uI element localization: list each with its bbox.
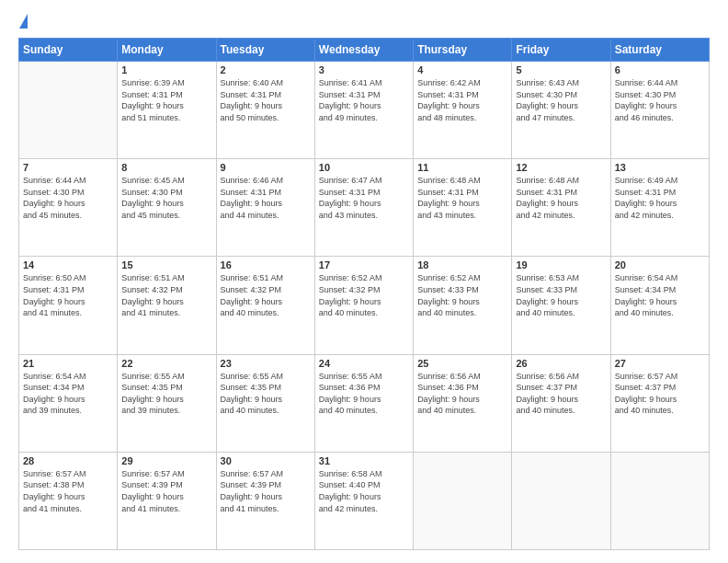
day-info: Sunrise: 6:40 AM Sunset: 4:31 PM Dayligh… bbox=[221, 77, 311, 123]
day-info: Sunrise: 6:51 AM Sunset: 4:32 PM Dayligh… bbox=[221, 272, 311, 318]
calendar-cell bbox=[610, 452, 709, 549]
calendar-cell: 1Sunrise: 6:39 AM Sunset: 4:31 PM Daylig… bbox=[118, 62, 216, 159]
calendar-week-1: 1Sunrise: 6:39 AM Sunset: 4:31 PM Daylig… bbox=[19, 62, 710, 159]
day-number: 16 bbox=[221, 259, 311, 270]
calendar-cell: 11Sunrise: 6:48 AM Sunset: 4:31 PM Dayli… bbox=[414, 159, 512, 257]
day-number: 29 bbox=[121, 455, 211, 466]
day-info: Sunrise: 6:48 AM Sunset: 4:31 PM Dayligh… bbox=[417, 175, 507, 221]
day-number: 30 bbox=[221, 455, 311, 466]
calendar-cell: 20Sunrise: 6:54 AM Sunset: 4:34 PM Dayli… bbox=[610, 257, 709, 354]
day-number: 24 bbox=[319, 358, 409, 369]
calendar-cell: 24Sunrise: 6:55 AM Sunset: 4:36 PM Dayli… bbox=[314, 354, 413, 452]
day-number: 14 bbox=[23, 259, 113, 270]
day-number: 4 bbox=[417, 64, 507, 75]
calendar-cell bbox=[512, 452, 610, 549]
day-number: 1 bbox=[121, 64, 211, 75]
day-info: Sunrise: 6:51 AM Sunset: 4:32 PM Dayligh… bbox=[121, 272, 211, 318]
day-info: Sunrise: 6:45 AM Sunset: 4:30 PM Dayligh… bbox=[121, 175, 211, 221]
header bbox=[18, 17, 710, 29]
calendar-header: SundayMondayTuesdayWednesdayThursdayFrid… bbox=[19, 39, 710, 62]
calendar-week-5: 28Sunrise: 6:57 AM Sunset: 4:38 PM Dayli… bbox=[19, 452, 710, 549]
day-info: Sunrise: 6:56 AM Sunset: 4:36 PM Dayligh… bbox=[417, 371, 507, 417]
day-info: Sunrise: 6:41 AM Sunset: 4:31 PM Dayligh… bbox=[319, 77, 409, 123]
calendar-cell: 9Sunrise: 6:46 AM Sunset: 4:31 PM Daylig… bbox=[216, 159, 314, 257]
calendar-week-4: 21Sunrise: 6:54 AM Sunset: 4:34 PM Dayli… bbox=[19, 354, 710, 452]
calendar-cell: 8Sunrise: 6:45 AM Sunset: 4:30 PM Daylig… bbox=[118, 159, 216, 257]
day-info: Sunrise: 6:39 AM Sunset: 4:31 PM Dayligh… bbox=[121, 77, 211, 123]
day-info: Sunrise: 6:55 AM Sunset: 4:35 PM Dayligh… bbox=[121, 371, 211, 417]
weekday-header-friday: Friday bbox=[512, 39, 610, 62]
day-number: 27 bbox=[615, 358, 705, 369]
calendar-cell: 26Sunrise: 6:56 AM Sunset: 4:37 PM Dayli… bbox=[512, 354, 610, 452]
day-number: 3 bbox=[319, 64, 409, 75]
calendar-cell: 30Sunrise: 6:57 AM Sunset: 4:39 PM Dayli… bbox=[216, 452, 314, 549]
calendar-cell: 6Sunrise: 6:44 AM Sunset: 4:30 PM Daylig… bbox=[610, 62, 709, 159]
calendar-cell: 27Sunrise: 6:57 AM Sunset: 4:37 PM Dayli… bbox=[610, 354, 709, 452]
day-number: 5 bbox=[516, 64, 606, 75]
calendar-cell: 13Sunrise: 6:49 AM Sunset: 4:31 PM Dayli… bbox=[610, 159, 709, 257]
day-info: Sunrise: 6:47 AM Sunset: 4:31 PM Dayligh… bbox=[319, 175, 409, 221]
day-info: Sunrise: 6:56 AM Sunset: 4:37 PM Dayligh… bbox=[516, 371, 606, 417]
day-number: 19 bbox=[516, 259, 606, 270]
day-info: Sunrise: 6:48 AM Sunset: 4:31 PM Dayligh… bbox=[516, 175, 606, 221]
day-number: 25 bbox=[417, 358, 507, 369]
calendar-cell: 16Sunrise: 6:51 AM Sunset: 4:32 PM Dayli… bbox=[216, 257, 314, 354]
calendar-cell: 15Sunrise: 6:51 AM Sunset: 4:32 PM Dayli… bbox=[118, 257, 216, 354]
day-number: 2 bbox=[221, 64, 311, 75]
day-info: Sunrise: 6:42 AM Sunset: 4:31 PM Dayligh… bbox=[417, 77, 507, 123]
calendar-week-3: 14Sunrise: 6:50 AM Sunset: 4:31 PM Dayli… bbox=[19, 257, 710, 354]
day-info: Sunrise: 6:52 AM Sunset: 4:33 PM Dayligh… bbox=[417, 272, 507, 318]
calendar-cell: 2Sunrise: 6:40 AM Sunset: 4:31 PM Daylig… bbox=[216, 62, 314, 159]
day-info: Sunrise: 6:58 AM Sunset: 4:40 PM Dayligh… bbox=[319, 468, 409, 514]
logo-triangle-icon bbox=[19, 14, 28, 29]
weekday-header-thursday: Thursday bbox=[414, 39, 512, 62]
day-number: 6 bbox=[615, 64, 705, 75]
day-info: Sunrise: 6:52 AM Sunset: 4:32 PM Dayligh… bbox=[319, 272, 409, 318]
weekday-header-sunday: Sunday bbox=[19, 39, 118, 62]
header-row: SundayMondayTuesdayWednesdayThursdayFrid… bbox=[19, 39, 710, 62]
day-info: Sunrise: 6:49 AM Sunset: 4:31 PM Dayligh… bbox=[615, 175, 705, 221]
calendar-cell: 4Sunrise: 6:42 AM Sunset: 4:31 PM Daylig… bbox=[414, 62, 512, 159]
weekday-header-saturday: Saturday bbox=[610, 39, 709, 62]
day-number: 7 bbox=[23, 162, 113, 173]
day-info: Sunrise: 6:44 AM Sunset: 4:30 PM Dayligh… bbox=[615, 77, 705, 123]
day-info: Sunrise: 6:55 AM Sunset: 4:35 PM Dayligh… bbox=[221, 371, 311, 417]
calendar-cell: 10Sunrise: 6:47 AM Sunset: 4:31 PM Dayli… bbox=[314, 159, 413, 257]
day-number: 10 bbox=[319, 162, 409, 173]
day-number: 23 bbox=[221, 358, 311, 369]
day-number: 21 bbox=[23, 358, 113, 369]
calendar-body: 1Sunrise: 6:39 AM Sunset: 4:31 PM Daylig… bbox=[19, 62, 710, 550]
calendar-cell: 21Sunrise: 6:54 AM Sunset: 4:34 PM Dayli… bbox=[19, 354, 118, 452]
day-number: 20 bbox=[615, 259, 705, 270]
day-number: 28 bbox=[23, 455, 113, 466]
day-number: 18 bbox=[417, 259, 507, 270]
day-info: Sunrise: 6:44 AM Sunset: 4:30 PM Dayligh… bbox=[23, 175, 113, 221]
day-number: 17 bbox=[319, 259, 409, 270]
calendar-cell: 3Sunrise: 6:41 AM Sunset: 4:31 PM Daylig… bbox=[314, 62, 413, 159]
calendar-cell bbox=[19, 62, 118, 159]
day-number: 15 bbox=[121, 259, 211, 270]
day-info: Sunrise: 6:57 AM Sunset: 4:39 PM Dayligh… bbox=[221, 468, 311, 514]
day-info: Sunrise: 6:57 AM Sunset: 4:38 PM Dayligh… bbox=[23, 468, 113, 514]
calendar-cell: 14Sunrise: 6:50 AM Sunset: 4:31 PM Dayli… bbox=[19, 257, 118, 354]
calendar-cell: 25Sunrise: 6:56 AM Sunset: 4:36 PM Dayli… bbox=[414, 354, 512, 452]
page: SundayMondayTuesdayWednesdayThursdayFrid… bbox=[0, 0, 728, 563]
calendar-cell: 17Sunrise: 6:52 AM Sunset: 4:32 PM Dayli… bbox=[314, 257, 413, 354]
day-info: Sunrise: 6:50 AM Sunset: 4:31 PM Dayligh… bbox=[23, 272, 113, 318]
day-number: 31 bbox=[319, 455, 409, 466]
calendar-cell: 7Sunrise: 6:44 AM Sunset: 4:30 PM Daylig… bbox=[19, 159, 118, 257]
day-number: 9 bbox=[221, 162, 311, 173]
logo bbox=[18, 17, 28, 29]
weekday-header-wednesday: Wednesday bbox=[314, 39, 413, 62]
day-info: Sunrise: 6:57 AM Sunset: 4:39 PM Dayligh… bbox=[121, 468, 211, 514]
day-info: Sunrise: 6:57 AM Sunset: 4:37 PM Dayligh… bbox=[615, 371, 705, 417]
day-info: Sunrise: 6:54 AM Sunset: 4:34 PM Dayligh… bbox=[23, 371, 113, 417]
day-number: 8 bbox=[121, 162, 211, 173]
calendar-cell: 23Sunrise: 6:55 AM Sunset: 4:35 PM Dayli… bbox=[216, 354, 314, 452]
calendar-week-2: 7Sunrise: 6:44 AM Sunset: 4:30 PM Daylig… bbox=[19, 159, 710, 257]
weekday-header-monday: Monday bbox=[118, 39, 216, 62]
day-number: 12 bbox=[516, 162, 606, 173]
day-number: 13 bbox=[615, 162, 705, 173]
calendar-cell: 22Sunrise: 6:55 AM Sunset: 4:35 PM Dayli… bbox=[118, 354, 216, 452]
calendar-table: SundayMondayTuesdayWednesdayThursdayFrid… bbox=[18, 38, 710, 550]
